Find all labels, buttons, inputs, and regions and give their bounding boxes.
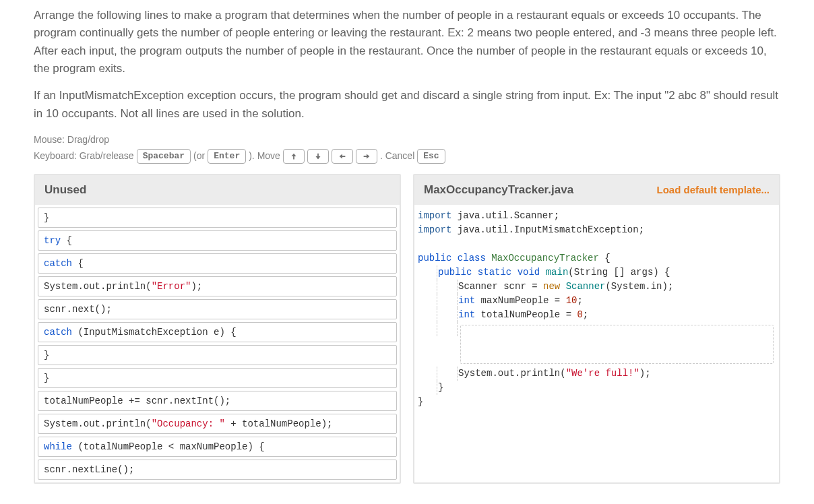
code-line: } — [414, 395, 779, 409]
key-spacebar: Spacebar — [137, 149, 191, 164]
code-block[interactable]: System.out.println("Occupancy: " + total… — [38, 414, 397, 434]
controls-hint: Mouse: Drag/drop Keyboard: Grab/release … — [34, 132, 780, 164]
code-line: public class MaxOccupancyTracker { — [414, 251, 779, 265]
instructions-p1: Arrange the following lines to make a pr… — [34, 7, 780, 77]
code-block[interactable]: scnr.next(); — [38, 299, 397, 319]
key-down — [307, 149, 329, 164]
key-up — [283, 149, 305, 164]
key-esc: Esc — [417, 149, 445, 164]
code-block[interactable]: catch { — [38, 253, 397, 274]
code-block[interactable]: try { — [38, 230, 397, 251]
code-block[interactable]: totalNumPeople += scnr.nextInt(); — [38, 391, 397, 411]
unused-block-list[interactable]: }try {catch {System.out.println("Error")… — [35, 208, 400, 480]
key-right — [356, 149, 377, 164]
editor-filename: MaxOccupancyTracker.java — [424, 183, 573, 197]
editor-column: MaxOccupancyTracker.java Load default te… — [413, 174, 780, 484]
code-block[interactable]: } — [38, 368, 397, 388]
code-block[interactable]: } — [38, 208, 397, 228]
code-block[interactable]: scnr.nextLine(); — [38, 460, 397, 480]
code-line: int totalNumPeople = 0; — [414, 308, 779, 322]
code-line: System.out.println("We're full!"); — [414, 367, 779, 381]
code-line: } — [414, 381, 779, 395]
code-line: Scanner scnr = new Scanner(System.in); — [414, 280, 779, 294]
mouse-hint: Mouse: Drag/drop — [34, 132, 109, 148]
arrow-right-icon — [362, 152, 371, 161]
unused-title: Unused — [44, 183, 86, 197]
code-area[interactable]: import java.util.Scanner;import java.uti… — [414, 205, 779, 413]
code-line — [414, 237, 779, 251]
code-line: public static void main(String [] args) … — [414, 265, 779, 280]
key-enter: Enter — [208, 149, 246, 164]
code-block[interactable]: } — [38, 345, 397, 365]
arrow-down-icon — [313, 152, 323, 161]
arrow-left-icon — [338, 152, 347, 161]
unused-column: Unused }try {catch {System.out.println("… — [34, 174, 401, 484]
code-block[interactable]: catch (InputMismatchException e) { — [38, 322, 397, 342]
code-line: import java.util.InputMismatchException; — [414, 223, 779, 237]
arrow-up-icon — [289, 152, 299, 161]
code-block[interactable]: while (totalNumPeople < maxNumPeople) { — [38, 437, 397, 457]
instructions-p2: If an InputMismatchException exception o… — [34, 87, 780, 123]
key-left — [332, 149, 353, 164]
code-line: import java.util.Scanner; — [414, 209, 779, 223]
keyboard-hint: Keyboard: Grab/release — [34, 148, 134, 164]
code-line: int maxNumPeople = 10; — [414, 294, 779, 308]
load-template-link[interactable]: Load default template... — [656, 184, 770, 195]
code-block[interactable]: System.out.println("Error"); — [38, 276, 397, 296]
drop-slot[interactable] — [460, 325, 774, 364]
